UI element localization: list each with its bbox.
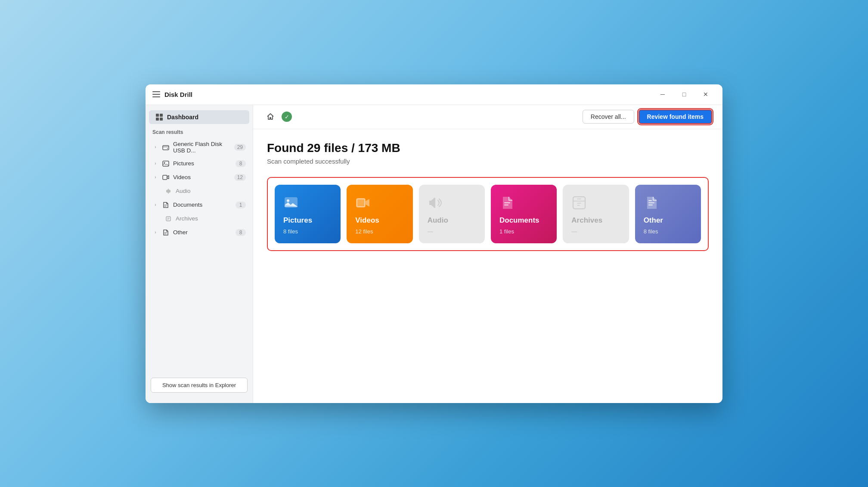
svg-rect-8: [356, 198, 366, 208]
sidebar-dashboard[interactable]: Dashboard: [149, 110, 249, 124]
check-icon: ✓: [282, 112, 292, 122]
videos-card-count: 12 files: [355, 228, 373, 235]
app-title: Disk Drill: [164, 91, 192, 98]
scan-results-label: Scan results: [146, 124, 253, 138]
audio-icon: [164, 187, 172, 195]
scan-subtitle: Scan completed successfully: [267, 158, 709, 165]
app-window: Disk Drill ─ □ ✕ Dashboard Scan results …: [146, 84, 722, 403]
sidebar-item-other[interactable]: › Other 8: [146, 226, 253, 239]
category-card-audio[interactable]: Audio —: [419, 185, 485, 243]
found-title: Found 29 files / 173 MB: [267, 141, 709, 155]
pictures-label: Pictures: [173, 160, 232, 167]
audio-card-name: Audio: [428, 216, 448, 225]
sidebar-item-audio[interactable]: Audio: [146, 184, 253, 198]
audio-card-icon: [428, 195, 443, 213]
titlebar-controls: ─ □ ✕: [653, 87, 716, 101]
review-found-button[interactable]: Review found items: [639, 109, 712, 124]
maximize-button[interactable]: □: [674, 87, 694, 101]
category-card-archives[interactable]: Archives —: [563, 185, 629, 243]
other-count: 8: [236, 229, 246, 236]
svg-rect-2: [163, 161, 169, 166]
sidebar: Dashboard Scan results › Generic Flash D…: [146, 105, 253, 403]
documents-label: Documents: [173, 202, 232, 208]
pictures-count: 8: [236, 160, 246, 167]
archives-icon: [164, 215, 172, 223]
pictures-card-name: Pictures: [283, 216, 312, 225]
audio-card-count: —: [428, 228, 433, 235]
other-card-count: 8 files: [644, 228, 658, 235]
videos-card-name: Videos: [355, 216, 379, 225]
content-header: ✓ Recover all... Review found items: [253, 105, 722, 129]
drive-icon: [162, 143, 170, 151]
svg-point-3: [164, 162, 165, 163]
main-layout: Dashboard Scan results › Generic Flash D…: [146, 105, 722, 403]
documents-card-icon: [499, 195, 515, 213]
categories-container: Pictures 8 files Videos: [267, 177, 709, 251]
minimize-button[interactable]: ─: [653, 87, 673, 101]
close-button[interactable]: ✕: [696, 87, 716, 101]
sidebar-item-videos[interactable]: › Videos 12: [146, 171, 253, 184]
recover-all-button[interactable]: Recover all...: [583, 110, 634, 124]
category-card-pictures[interactable]: Pictures 8 files: [275, 185, 341, 243]
chevron-right-icon: ›: [152, 230, 158, 236]
videos-label: Videos: [173, 174, 231, 180]
grid-icon: [156, 114, 163, 121]
other-icon: [162, 229, 170, 236]
documents-icon: [162, 201, 170, 209]
chevron-right-icon: ›: [152, 174, 158, 180]
videos-card-icon: [355, 195, 371, 213]
documents-card-name: Documents: [499, 216, 539, 225]
titlebar: Disk Drill ─ □ ✕: [146, 84, 722, 105]
dashboard-label: Dashboard: [167, 114, 198, 121]
archives-card-count: —: [571, 228, 577, 235]
show-explorer-button[interactable]: Show scan results in Explorer: [151, 378, 248, 393]
category-card-videos[interactable]: Videos 12 files: [347, 185, 412, 243]
sidebar-item-archives[interactable]: Archives: [146, 212, 253, 226]
sidebar-item-documents[interactable]: › Documents 1: [146, 198, 253, 212]
other-card-name: Other: [644, 216, 663, 225]
other-label: Other: [173, 229, 232, 236]
chevron-right-icon: ›: [152, 161, 158, 167]
svg-rect-4: [163, 175, 167, 180]
other-card-icon: [644, 195, 659, 213]
sidebar-item-pictures[interactable]: › Pictures 8: [146, 157, 253, 171]
titlebar-left: Disk Drill: [152, 91, 653, 98]
svg-rect-10: [573, 197, 585, 209]
archives-card-name: Archives: [571, 216, 602, 225]
device-count: 29: [234, 144, 246, 151]
home-button[interactable]: [264, 110, 277, 124]
archives-card-icon: [571, 195, 587, 213]
archives-label: Archives: [176, 215, 246, 222]
device-label: Generic Flash Disk USB D...: [173, 141, 231, 154]
documents-card-count: 1 files: [499, 228, 514, 235]
chevron-right-icon: ›: [152, 144, 158, 150]
category-card-other[interactable]: Other 8 files: [635, 185, 701, 243]
sidebar-footer: Show scan results in Explorer: [146, 372, 253, 398]
audio-label: Audio: [176, 188, 246, 194]
videos-count: 12: [234, 174, 246, 181]
chevron-right-icon: ›: [152, 202, 158, 208]
svg-point-1: [167, 148, 168, 149]
hamburger-icon[interactable]: [152, 91, 160, 97]
main-content: Found 29 files / 173 MB Scan completed s…: [253, 129, 722, 403]
svg-rect-0: [163, 146, 169, 150]
sidebar-item-device[interactable]: › Generic Flash Disk USB D... 29: [146, 138, 253, 157]
documents-count: 1: [236, 202, 246, 208]
content-area: ✓ Recover all... Review found items Foun…: [253, 105, 722, 403]
pictures-icon: [162, 160, 170, 168]
svg-point-7: [287, 199, 289, 202]
pictures-card-icon: [283, 195, 299, 213]
category-card-documents[interactable]: Documents 1 files: [491, 185, 557, 243]
videos-icon: [162, 174, 170, 181]
pictures-card-count: 8 files: [283, 228, 298, 235]
